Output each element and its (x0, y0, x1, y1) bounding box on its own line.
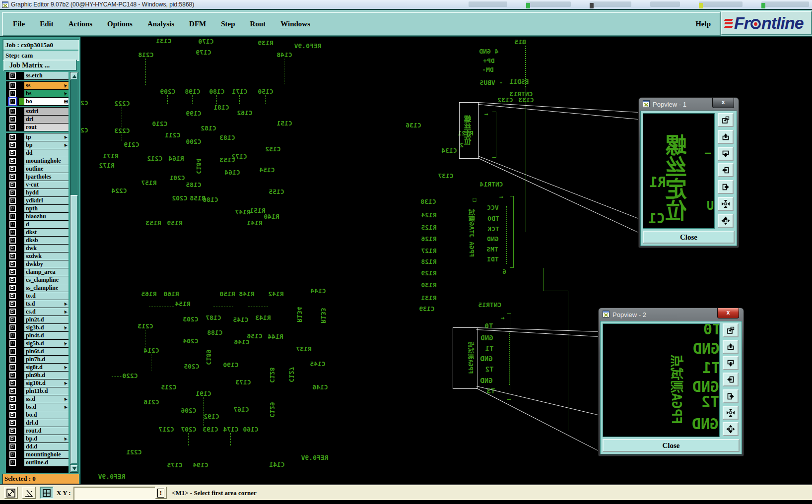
layer-name[interactable]: bs➤ (24, 90, 68, 97)
layer-row-tp[interactable]: tp➤ (6, 133, 68, 141)
layer-row-rout[interactable]: rout (6, 124, 68, 131)
popview-canvas[interactable]: 螺丝定位R1C1U— (643, 113, 715, 229)
layer-checkbox[interactable] (6, 268, 19, 276)
layer-checkbox[interactable] (6, 229, 19, 236)
menu-help[interactable]: Help (695, 13, 711, 35)
layer-row-bo.d[interactable]: bo.d (6, 411, 68, 419)
layer-name[interactable]: sig5b.d➤ (24, 340, 68, 347)
layer-row-dd.d[interactable]: dd.d (6, 443, 68, 450)
layer-name[interactable]: sig8t.d➤ (24, 364, 68, 371)
layer-checkbox[interactable] (6, 141, 19, 149)
layer-name[interactable]: bp➤ (24, 141, 68, 149)
layer-row-dwk[interactable]: dwk (6, 245, 68, 252)
popview-window-2[interactable]: Popview - 2xFPGA测试点T0GNDT1GNDT2GNDClose (598, 308, 744, 456)
layer-checkbox[interactable] (6, 181, 19, 189)
layer-row-sig10t.d[interactable]: sig10t.d➤ (6, 379, 68, 387)
layer-name[interactable]: pln6t.d (24, 348, 68, 355)
layer-row-dwkby[interactable]: dwkby (6, 260, 68, 268)
menu-actions[interactable]: Actions (68, 20, 92, 28)
layer-checkbox[interactable] (6, 197, 19, 204)
layer-name[interactable]: dksb (24, 237, 68, 244)
layer-name[interactable]: szdrl (24, 108, 68, 115)
layer-row-sig8t.d[interactable]: sig8t.d➤ (6, 364, 68, 371)
layer-checkbox[interactable] (6, 340, 19, 347)
popview-close-button[interactable]: Close (643, 231, 735, 244)
layer-row-cs_clampline[interactable]: cs_clampline (6, 276, 68, 284)
layer-name[interactable]: pln9b.d (24, 372, 68, 379)
popview-close-x-button[interactable]: x (712, 98, 734, 108)
layer-name[interactable]: ss.d➤ (24, 395, 68, 403)
layer-row-szdwk[interactable]: szdwk (6, 252, 68, 260)
layer-row-ss_clampline[interactable]: ss_clampline (6, 284, 68, 292)
layer-checkbox[interactable] (6, 372, 19, 379)
menu-rout[interactable]: Rout (250, 20, 266, 28)
layer-checkbox[interactable] (6, 403, 19, 411)
popview-close-x-button[interactable]: x (717, 308, 739, 318)
layer-name[interactable]: outline.d (24, 459, 68, 466)
layer-name[interactable]: rout.d (24, 427, 68, 435)
layer-checkbox[interactable] (6, 237, 19, 244)
layer-row-mountinghole[interactable]: mountinghole (6, 451, 68, 458)
layer-name[interactable]: sig10t.d➤ (24, 379, 68, 387)
layer-name[interactable]: szdwk (24, 252, 68, 260)
layer-row-drl[interactable]: drl (6, 116, 68, 123)
layer-row-outline.d[interactable]: outline.d (6, 459, 68, 466)
scrollbar-thumb[interactable] (70, 195, 78, 464)
layer-name[interactable]: clamp_area (24, 268, 68, 276)
layer-row-pln11b.d[interactable]: pln11b.d (6, 387, 68, 395)
layer-row-sig3b.d[interactable]: sig3b.d➤ (6, 324, 68, 331)
layer-row-ts.d[interactable]: ts.d➤ (6, 300, 68, 308)
popview-tool-fit-view[interactable] (723, 406, 739, 420)
layer-list-scrollbar[interactable] (70, 72, 78, 473)
layer-row-dksb[interactable]: dksb (6, 237, 68, 244)
layer-row-outline[interactable]: outline (6, 165, 68, 173)
layer-name[interactable]: v-cut (24, 181, 68, 189)
layer-checkbox[interactable] (6, 364, 19, 371)
layer-row-ss[interactable]: ss➤ (6, 82, 68, 89)
layer-name[interactable]: tp➤ (24, 133, 68, 141)
popview-tool-pan-view[interactable] (718, 214, 734, 228)
layer-checkbox[interactable] (6, 292, 19, 300)
alert-button[interactable]: ! (155, 487, 167, 499)
layer-name[interactable]: mountinghole (24, 157, 68, 165)
layer-checkbox[interactable] (6, 98, 19, 105)
layer-name[interactable]: to.d (24, 292, 68, 300)
layer-checkbox[interactable] (6, 387, 19, 395)
layer-row-pln9b.d[interactable]: pln9b.d (6, 372, 68, 379)
layer-checkbox[interactable] (6, 419, 19, 427)
layer-name[interactable]: dd.d (24, 443, 68, 450)
layer-checkbox[interactable] (6, 252, 19, 260)
layer-checkbox[interactable] (6, 165, 19, 173)
layer-checkbox[interactable] (6, 324, 19, 331)
layer-name[interactable]: dkst (24, 229, 68, 236)
layer-row-pln6t.d[interactable]: pln6t.d (6, 348, 68, 355)
layer-checkbox[interactable] (6, 149, 19, 157)
layer-row-d[interactable]: d (6, 221, 68, 228)
xy-coordinate-input[interactable] (73, 487, 158, 502)
layer-name[interactable]: bo.d (24, 411, 68, 419)
layer-checkbox[interactable] (6, 124, 19, 131)
layer-name[interactable]: dwkby (24, 260, 68, 268)
layer-checkbox[interactable] (6, 205, 19, 212)
area-select-tool-button[interactable] (4, 487, 18, 499)
popview-tool-scroll-up[interactable] (723, 340, 739, 354)
popview-tool-scroll-right[interactable] (718, 180, 734, 194)
popview-tool-scroll-right[interactable] (723, 389, 739, 403)
layer-name[interactable]: hydd (24, 189, 68, 196)
layer-name[interactable]: cs_clampline (24, 276, 68, 284)
layer-row-pln2t.d[interactable]: pln2t.d (6, 316, 68, 323)
layer-name[interactable]: dwk (24, 245, 68, 252)
layer-checkbox[interactable] (6, 451, 19, 458)
layer-checkbox[interactable] (6, 116, 19, 123)
layer-checkbox[interactable] (6, 108, 19, 115)
measure-tool-button[interactable] (22, 487, 36, 499)
layer-row-lpartholes[interactable]: lpartholes (6, 173, 68, 181)
layer-checkbox[interactable] (6, 348, 19, 355)
layer-checkbox[interactable] (6, 90, 19, 97)
layer-name[interactable]: pln7b.d (24, 356, 68, 363)
layer-name[interactable]: lpartholes (24, 173, 68, 181)
layer-checkbox[interactable] (6, 72, 19, 79)
window-titlebar[interactable]: Graphic Editor 9.07b2 (00@HY-HYCAM-PC148… (0, 0, 812, 9)
layer-row-ss.etch[interactable]: ss.etch (6, 72, 68, 79)
layer-row-ss.d[interactable]: ss.d➤ (6, 395, 68, 403)
